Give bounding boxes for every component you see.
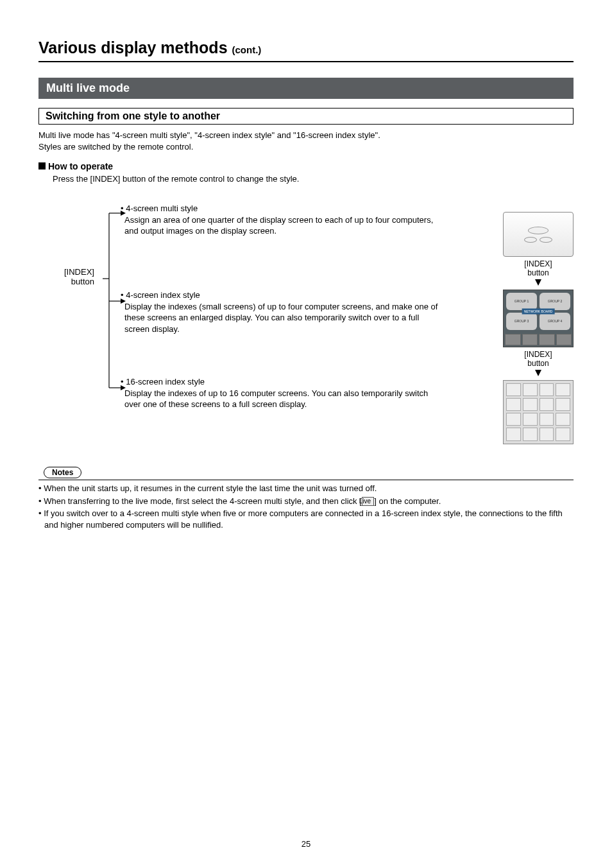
- cell: [506, 413, 521, 426]
- style-16-index: • 16-screen index style Display the inde…: [121, 376, 441, 410]
- thumb: [556, 334, 572, 345]
- page-title-cont: (cont.): [232, 44, 261, 55]
- network-board-label: NETWORK BOARD: [522, 308, 555, 314]
- oval-button-small-icon: [540, 237, 552, 243]
- index-button-source-label: [INDEX] button: [64, 267, 94, 286]
- group-2: GROUP 2: [540, 293, 570, 310]
- how-to-text: Press the [INDEX] button of the remote c…: [53, 174, 574, 184]
- arrow-label-1-line2: button: [527, 268, 548, 277]
- style-4-index: • 4-screen index style Display the index…: [121, 290, 441, 334]
- note-2-post: ] on the computer.: [374, 496, 441, 506]
- cell: [523, 428, 538, 440]
- cell: [540, 398, 554, 411]
- cell: [506, 428, 521, 440]
- cell: [556, 398, 570, 411]
- style-desc-3: Display the indexes of up to 16 computer…: [124, 388, 441, 410]
- style-diagram: [INDEX] button • 4-screen multi style As…: [38, 203, 574, 460]
- cell: [556, 383, 570, 396]
- cell: [540, 428, 554, 440]
- group-4: GROUP 4: [540, 313, 570, 330]
- arrow-down-icon: [535, 370, 541, 376]
- live-button-badge: Live: [362, 497, 374, 506]
- page-title-text: Various display methods: [38, 39, 228, 56]
- arrow-label-1-line1: [INDEX]: [524, 259, 552, 268]
- cell: [506, 383, 521, 396]
- oval-button-small-icon: [524, 237, 537, 243]
- group-1: GROUP 1: [506, 293, 537, 310]
- remote-device-image: [503, 212, 574, 257]
- intro-line-1: Multi live mode has "4-screen multi styl…: [38, 130, 380, 140]
- note-1: • When the unit starts up, it resumes in…: [38, 483, 574, 494]
- sixteen-screen-image: [503, 380, 574, 444]
- cell: [523, 398, 538, 411]
- subsection-bar: Switching from one style to another: [38, 108, 574, 125]
- index-label-2: button: [71, 277, 94, 286]
- cell: [506, 398, 521, 411]
- right-images-column: [INDEX] button GROUP 1 GROUP 2 GROUP 3 G…: [503, 212, 574, 444]
- note-3: • If you switch over to a 4-screen multi…: [38, 508, 574, 530]
- page-title: Various display methods (cont.): [38, 39, 574, 62]
- intro-text: Multi live mode has "4-screen multi styl…: [38, 130, 574, 152]
- cell: [523, 413, 538, 426]
- how-to-heading: How to operate: [38, 161, 574, 171]
- square-bullet-icon: [38, 162, 46, 169]
- arrow-label-2-line1: [INDEX]: [524, 350, 552, 359]
- style-desc-1: Assign an area of one quarter of the dis…: [124, 214, 441, 237]
- style-title-3: 16-screen index style: [126, 377, 205, 386]
- style-title-2: 4-screen index style: [126, 290, 200, 300]
- how-to-label: How to operate: [48, 161, 113, 171]
- group-3: GROUP 3: [506, 313, 537, 330]
- arrow-label-2: [INDEX] button: [503, 350, 574, 369]
- style-desc-2: Display the indexes (small screens) of u…: [124, 301, 441, 335]
- thumb: [505, 334, 521, 345]
- note-2-pre: • When transferring to the live mode, fi…: [38, 496, 362, 506]
- cell: [556, 428, 570, 440]
- cell: [556, 413, 570, 426]
- arrow-label-2-line2: button: [527, 359, 548, 368]
- note-2: • When transferring to the live mode, fi…: [38, 496, 574, 507]
- oval-button-icon: [528, 227, 548, 234]
- note-1-text: • When the unit starts up, it resumes in…: [38, 483, 377, 493]
- cell: [540, 383, 554, 396]
- index-label-1: [INDEX]: [64, 267, 94, 277]
- cell: [523, 383, 538, 396]
- notes-rule: [38, 480, 574, 480]
- cell: [540, 413, 554, 426]
- intro-line-2: Styles are switched by the remote contro…: [38, 142, 193, 152]
- style-4-multi: • 4-screen multi style Assign an area of…: [121, 203, 441, 237]
- page-number: 25: [0, 839, 612, 849]
- note-3-text: • If you switch over to a 4-screen multi…: [38, 508, 563, 530]
- thumb: [522, 334, 538, 345]
- four-groups-area: GROUP 1 GROUP 2 GROUP 3 GROUP 4 NETWORK …: [504, 290, 573, 333]
- notes-label: Notes: [44, 467, 81, 478]
- arrow-down-icon: [535, 279, 541, 286]
- style-title-1: 4-screen multi style: [126, 204, 198, 213]
- thumb: [539, 334, 555, 345]
- four-screen-index-image: GROUP 1 GROUP 2 GROUP 3 GROUP 4 NETWORK …: [503, 290, 574, 347]
- section-bar: Multi live mode: [38, 78, 574, 99]
- four-thumb-row: [504, 333, 573, 347]
- arrow-label-1: [INDEX] button: [503, 259, 574, 278]
